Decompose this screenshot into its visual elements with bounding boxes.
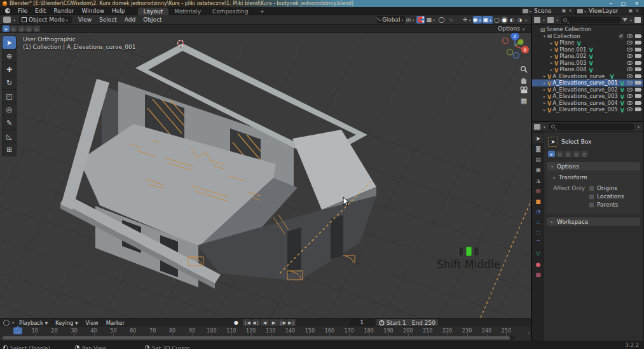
viewport-menu-add[interactable]: Add [121, 17, 139, 23]
tool-cursor[interactable]: ⊕ [3, 50, 16, 62]
collection-checkbox[interactable]: ✓ [619, 34, 624, 39]
snap-to-selector[interactable]: ▦▾ [426, 16, 436, 24]
outliner-row-a-elevations-curve-[interactable]: ▸ɅA_Elevations_curve_Ʌ [532, 73, 643, 80]
camera-view-icon[interactable] [519, 85, 529, 95]
outliner-row-plane-003[interactable]: ▸ɅPlane.003Ʌ [532, 60, 643, 67]
hide-in-viewport-icon[interactable] [627, 34, 633, 38]
workspace-tab-layout[interactable]: Layout [138, 8, 169, 15]
new-scene-icon[interactable]: ▣ [561, 8, 568, 13]
timeline-menu-view[interactable]: View [81, 320, 102, 326]
disable-in-renders-icon[interactable] [635, 107, 641, 111]
collapse-arrow-icon[interactable]: ‹ [528, 331, 530, 336]
timeline-menu-marker[interactable]: Marker [102, 320, 128, 326]
expand-icon[interactable]: ▸ [549, 60, 554, 65]
menu-edit[interactable]: Edit [31, 8, 50, 14]
options-panel-header[interactable]: ▾ Options [547, 162, 640, 170]
options-dropdown[interactable]: Options ▾ [498, 25, 528, 32]
unlink-scene-icon[interactable]: ✕ [567, 8, 573, 13]
properties-tab-texture[interactable]: ▩ [533, 270, 544, 280]
previous-keyframe-button[interactable]: ◀❘ [252, 319, 260, 326]
close-button[interactable]: ✕ [634, 1, 639, 6]
properties-tab-modifiers[interactable]: ◔ [533, 207, 544, 217]
select-mode-extend[interactable]: ◻ [10, 25, 17, 32]
expand-icon[interactable]: ▸ [542, 100, 547, 105]
tool-annotate[interactable]: ✎ [3, 116, 16, 129]
hide-in-viewport-icon[interactable] [627, 94, 633, 98]
properties-tab-object-data[interactable]: ▽ [533, 249, 544, 259]
disable-in-renders-icon[interactable] [635, 41, 641, 44]
blender-menu-icon[interactable] [4, 8, 11, 14]
timeline-editor-icon[interactable] [3, 320, 10, 326]
checkbox-locations[interactable] [589, 194, 594, 200]
new-collection-icon[interactable] [634, 17, 641, 23]
jump-to-end-button[interactable]: ▶❘ [287, 319, 296, 326]
zoom-view-icon[interactable] [519, 64, 529, 74]
properties-tab-physics[interactable]: ◌ [533, 228, 544, 238]
hide-in-viewport-icon[interactable] [627, 41, 633, 44]
disable-in-renders-icon[interactable] [635, 67, 641, 71]
copy-view-layer-icon[interactable]: ▣ [627, 8, 634, 13]
current-frame-field[interactable]: 1 [349, 319, 374, 326]
outliner-row-a-elevations-curve-005[interactable]: ▸ɅA_Elevations_curve_005Ʌ [532, 106, 643, 113]
hide-in-viewport-icon[interactable] [627, 88, 633, 92]
select-mode-new[interactable]: ➤ [3, 25, 10, 32]
properties-tab-tool[interactable]: ➤ [533, 133, 544, 143]
tool-move[interactable]: ✚ [3, 63, 16, 76]
disable-in-renders-icon[interactable] [635, 74, 641, 78]
viewport-menu-view[interactable]: View [74, 17, 95, 23]
show-gizmo-toggle[interactable]: ✛▾ [463, 16, 472, 24]
expand-icon[interactable]: ▸ [549, 54, 554, 58]
outliner-search-input[interactable] [561, 17, 621, 24]
viewport-menu-select[interactable]: Select [95, 17, 121, 23]
hide-in-viewport-icon[interactable] [627, 48, 633, 51]
disable-in-renders-icon[interactable] [635, 101, 641, 105]
proportional-editing-toggle[interactable]: ◯ [437, 16, 446, 24]
properties-tab-material[interactable]: ● [533, 259, 544, 269]
mode-selector[interactable]: Object Mode ▾ [19, 16, 72, 24]
shading-material-button[interactable]: ◐ [509, 17, 516, 24]
outliner-row-a-elevations-curve-003[interactable]: ▸ɅA_Elevations_curve_003Ʌ [532, 93, 643, 100]
shading-rendered-button[interactable]: ◑ [516, 17, 523, 24]
maximize-button[interactable]: □ [621, 1, 626, 6]
hide-in-viewport-icon[interactable] [627, 107, 633, 111]
disable-in-renders-icon[interactable] [635, 61, 641, 65]
select-mode-intersect[interactable]: ◻ [33, 25, 40, 32]
expand-icon[interactable]: ▸ [542, 94, 547, 99]
hide-in-viewport-icon[interactable] [627, 67, 633, 71]
xray-toggle[interactable]: ▣▾ [483, 16, 493, 24]
minimize-button[interactable]: – [610, 1, 612, 6]
toggle-orthographic-grid-icon[interactable]: ▦ [519, 96, 529, 106]
tool-select-box[interactable]: ➤ [3, 36, 16, 49]
properties-tab-output[interactable]: ▤ [533, 154, 544, 164]
outliner-row-scene-collection[interactable]: ▤Scene Collection [532, 26, 643, 33]
menu-window[interactable]: Window [78, 8, 109, 14]
outliner-row-collection[interactable]: ▾▤Collection✓ [532, 33, 643, 40]
shading-wireframe-button[interactable]: ◯ [493, 17, 500, 24]
timeline-menu-keying[interactable]: Keying ▾ [51, 320, 82, 326]
jump-to-start-button[interactable]: ❘◀ [243, 319, 251, 326]
viewport-3d-canvas[interactable]: Z X User Orthographic (1) C [0, 33, 531, 318]
expand-icon[interactable]: ▸ [549, 41, 554, 45]
proportional-falloff-selector[interactable]: ∿ [447, 16, 455, 24]
play-reverse-button[interactable]: ◀ [261, 319, 269, 326]
snap-toggle[interactable]: 🧲 [416, 16, 425, 24]
disable-in-renders-icon[interactable] [635, 81, 641, 85]
select-mode-subtract[interactable]: ◻ [565, 151, 572, 157]
expand-icon[interactable]: ▸ [542, 81, 547, 85]
workspace-tab-compositing[interactable]: Compositing [207, 8, 254, 15]
properties-tab-particles[interactable]: ∴ [533, 217, 544, 227]
select-mode-extend[interactable]: ◻ [556, 151, 563, 157]
hide-in-viewport-icon[interactable] [627, 61, 633, 65]
menu-help[interactable]: Help [108, 8, 129, 14]
properties-search-input[interactable] [549, 123, 634, 130]
hide-in-viewport-icon[interactable] [627, 74, 633, 78]
tool-transform[interactable]: ◎ [3, 103, 16, 116]
disable-in-renders-icon[interactable] [635, 54, 641, 58]
select-mode-subtract[interactable]: ◻ [18, 25, 25, 32]
outliner-row-plane-001[interactable]: ▸ɅPlane.001Ʌ [532, 46, 643, 53]
timeline-scrollbar[interactable] [3, 336, 515, 339]
disable-in-renders-icon[interactable] [635, 94, 641, 98]
select-mode-invert[interactable]: ◻ [573, 151, 580, 157]
orientation-selector[interactable]: ⤡ Global ▾ [377, 16, 404, 24]
display-mode-icon[interactable] [547, 17, 554, 23]
